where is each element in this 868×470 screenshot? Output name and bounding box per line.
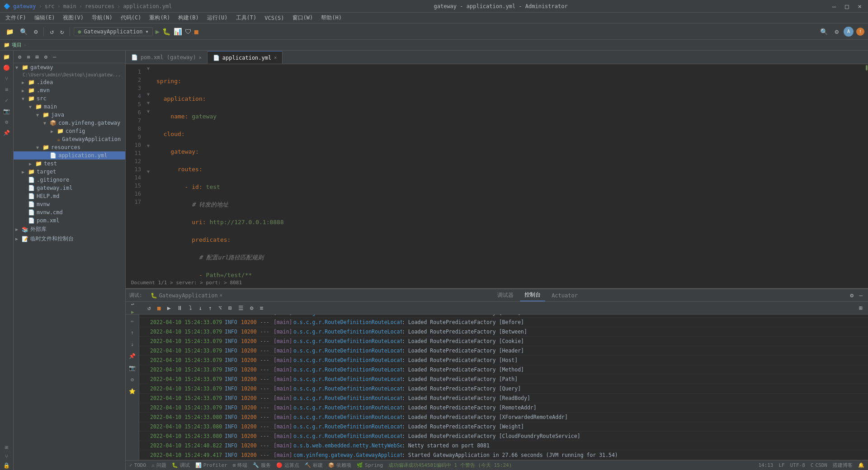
debug-eval[interactable]: ⌥ [217, 304, 224, 312]
sidebar-layout-btn[interactable]: ≡ [25, 53, 32, 61]
debug-step-over2[interactable]: ⤵ [187, 304, 194, 312]
coverage-button[interactable]: 🛡 [184, 27, 193, 37]
debug-icon[interactable]: 🔴 [2, 63, 11, 72]
tree-package[interactable]: ▼ 📦 com.yinfeng.gateway [14, 119, 125, 127]
tree-config[interactable]: ▶ 📁 config [14, 127, 125, 135]
tree-pom-xml[interactable]: 📄 pom.xml [14, 216, 125, 225]
notification-badge[interactable]: ! [856, 28, 864, 36]
blog-link[interactable]: 搭建博客 [833, 462, 853, 469]
debug-tab-debugger[interactable]: 调试器 [493, 290, 518, 301]
tree-target[interactable]: ▶ 📁 target [14, 168, 125, 176]
sidebar-collapse-btn[interactable]: ⊞ [33, 53, 40, 61]
tab-application-yml[interactable]: 📄 application.yml × [208, 51, 283, 64]
tree-gateway-app[interactable]: ☕ GatewayApplication [14, 135, 125, 143]
menu-refactor[interactable]: 重构(R) [146, 13, 174, 23]
tree-mvnw[interactable]: 📄 mvnw [14, 200, 125, 208]
console-settings-icon[interactable]: ⚙ [128, 375, 137, 384]
tree-resources[interactable]: ▼ 📁 resources [14, 143, 125, 151]
menu-window[interactable]: 窗口(W) [289, 13, 317, 23]
settings-icon[interactable]: ⚙ [2, 118, 11, 127]
redo-button[interactable]: ↻ [58, 27, 66, 37]
user-avatar[interactable]: A [844, 27, 854, 37]
tree-gateway-iml[interactable]: 📄 gateway.iml [14, 184, 125, 192]
tree-idea[interactable]: ▶ 📁 .idea [14, 78, 125, 86]
settings-button[interactable]: ⚙ [32, 27, 40, 37]
minimize-button[interactable]: — [830, 2, 839, 11]
todo-status-item[interactable]: ✓ TODO [129, 462, 146, 468]
tree-root[interactable]: ▼ 📁 gateway [14, 63, 125, 71]
camera-icon[interactable]: 📷 [2, 107, 11, 116]
deps-status-item[interactable]: 📦 依赖项 [328, 462, 351, 469]
search-everywhere-button[interactable]: 🔍 [18, 27, 30, 37]
tree-main[interactable]: ▼ 📁 main [14, 103, 125, 111]
menu-help[interactable]: 帮助(H) [317, 13, 345, 23]
pin-icon[interactable]: 📌 [2, 128, 11, 137]
spring-status-item[interactable]: 🌿 Spring [357, 462, 383, 468]
stop-button[interactable]: ■ [193, 27, 199, 37]
line-ending[interactable]: LF [779, 462, 785, 468]
debug-step-into[interactable]: ↓ [197, 304, 204, 312]
debug-settings2[interactable]: ⚙ [248, 304, 255, 312]
tree-mvnw-cmd[interactable]: 📄 mvnw.cmd [14, 208, 125, 216]
services-status-item[interactable]: 🔧 服务 [253, 462, 271, 469]
project-icon[interactable]: 📁 [4, 27, 16, 37]
breakpoints-status-item[interactable]: 🔴 运算点 [276, 462, 299, 469]
git-icon[interactable]: ⑂ [2, 74, 11, 83]
debug-stop-btn[interactable]: ■ [156, 304, 163, 312]
tab-pom-xml[interactable]: 📄 pom.xml (gateway) × [126, 51, 208, 64]
csdn-link[interactable]: C CSDN [811, 462, 827, 468]
pom-tab-close[interactable]: × [199, 55, 202, 60]
menu-run[interactable]: 运行(U) [203, 13, 231, 23]
debug-expand[interactable]: ⊞ [857, 304, 864, 312]
debug-tab-runner[interactable]: 🐛 GatewayApplication × [146, 290, 227, 301]
undo-button[interactable]: ↺ [47, 27, 56, 37]
debug-step-over[interactable]: ↩ [129, 301, 141, 308]
tree-java[interactable]: ▼ 📁 java [14, 111, 125, 119]
profiler-status-item[interactable]: 📊 Profiler [195, 462, 227, 468]
debug-tab-console[interactable]: 控制台 [520, 290, 545, 301]
debug-restore[interactable]: ⊞ [226, 304, 234, 312]
debug-tab-close[interactable]: × [220, 293, 222, 298]
run-button[interactable]: ▶ [155, 27, 160, 37]
project-tree-icon[interactable]: 📁 [2, 52, 11, 61]
menu-build[interactable]: 构建(B) [175, 13, 203, 23]
search-button[interactable]: 🔍 [818, 27, 830, 37]
console-camera-icon[interactable]: 📷 [128, 363, 137, 372]
maximize-button[interactable]: □ [842, 2, 851, 11]
sidebar-settings-btn[interactable]: ⚙ [16, 53, 23, 61]
todo-icon[interactable]: ✓ [2, 96, 11, 105]
menu-file[interactable]: 文件(F) [2, 13, 30, 23]
lock-icon[interactable]: 🔒 [2, 461, 11, 470]
terminal-status-item[interactable]: ⊞ 终端 [233, 462, 248, 469]
notification-item[interactable]: 🔔 [858, 462, 864, 468]
tree-gitignore[interactable]: 📄 .gitignore [14, 176, 125, 184]
debug-tab-actuator[interactable]: Actuator [547, 290, 582, 301]
sidebar-gear-btn[interactable]: ⚙ [42, 53, 49, 61]
debug-step-out[interactable]: ↑ [207, 304, 214, 312]
menu-vcs[interactable]: VCS(S) [261, 14, 288, 22]
panel-minimize-btn[interactable]: — [857, 291, 864, 300]
tree-external-libs[interactable]: ▶ 📚 外部库 [14, 225, 125, 234]
tree-src[interactable]: ▼ 📁 src [14, 94, 125, 103]
console-edit-icon[interactable]: ✏ [128, 316, 137, 325]
terminal-bottom-icon[interactable]: ⊞ [2, 443, 11, 452]
console-pin-icon[interactable]: 📌 [128, 352, 137, 361]
tree-scratch[interactable]: ▶ 📝 临时文件和控制台 [14, 234, 125, 244]
run-configuration-widget[interactable]: ● GatewayApplication ▾ [74, 27, 153, 36]
build-status-item[interactable]: 🔨 标建 [305, 462, 323, 469]
bc-item[interactable]: 项目 [12, 42, 22, 48]
git-bottom-icon[interactable]: ⑂ [2, 452, 11, 461]
debug-layout[interactable]: ☰ [236, 304, 245, 312]
profile-button[interactable]: 📊 [173, 27, 183, 37]
yaml-tab-close[interactable]: × [274, 55, 277, 60]
problems-status-item[interactable]: ⚠ 问题 [151, 462, 166, 469]
panel-settings-btn[interactable]: ⚙ [848, 291, 855, 300]
menu-edit[interactable]: 编辑(E) [31, 13, 59, 23]
debug-status-item[interactable]: 🐛 调试 [172, 462, 190, 469]
close-button[interactable]: × [855, 2, 864, 11]
encoding[interactable]: UTF-8 [790, 462, 805, 468]
run-config-dropdown-icon[interactable]: ▾ [146, 28, 149, 35]
settings2-button[interactable]: ⚙ [833, 27, 841, 37]
tree-help-md[interactable]: 📄 HELP.md [14, 192, 125, 200]
tree-test[interactable]: ▶ 📁 test [14, 160, 125, 168]
